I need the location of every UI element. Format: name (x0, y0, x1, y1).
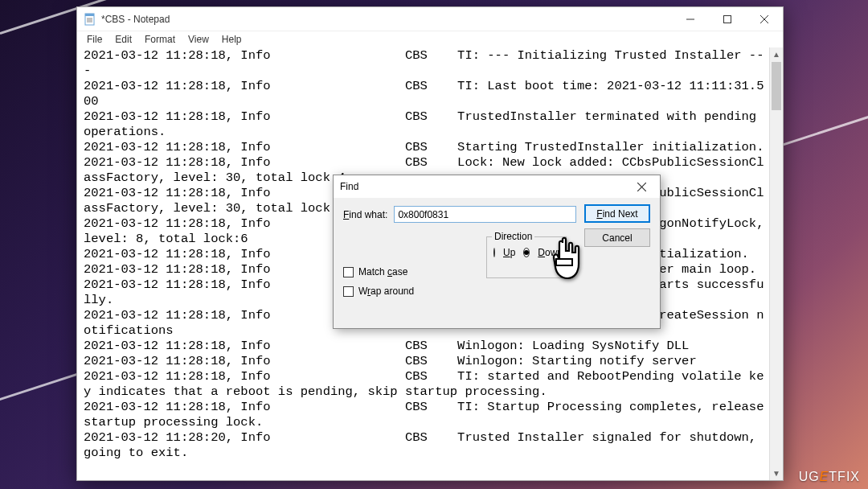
notepad-icon (84, 13, 96, 26)
wrap-around-checkbox[interactable] (343, 286, 354, 297)
scroll-down-arrow-icon[interactable]: ▼ (770, 466, 783, 480)
direction-down-label: Down (538, 247, 563, 258)
direction-label: Direction (492, 231, 534, 242)
find-next-button[interactable]: Find Next (584, 204, 650, 223)
match-case-label: Match case (358, 266, 407, 277)
find-dialog-titlebar[interactable]: Find (334, 175, 660, 198)
window-title: *CBS - Notepad (101, 14, 170, 25)
find-what-label: Find what: (343, 209, 387, 220)
menu-format[interactable]: Format (138, 32, 182, 47)
maximize-button[interactable] (709, 7, 746, 31)
menu-help[interactable]: Help (215, 32, 248, 47)
svg-rect-1 (85, 14, 94, 16)
maximize-icon (723, 15, 731, 23)
svg-rect-6 (724, 15, 731, 23)
menu-file[interactable]: File (80, 32, 108, 47)
cancel-button[interactable]: Cancel (584, 228, 650, 247)
watermark: UGETFIX (799, 470, 860, 484)
scroll-thumb[interactable] (772, 62, 781, 110)
direction-group: Direction Up Down (486, 236, 567, 278)
wrap-around-label: Wrap around (358, 286, 414, 297)
direction-up-label: Up (503, 247, 515, 258)
menu-bar: File Edit Format View Help (77, 31, 783, 47)
find-dialog: Find Find what: Find Next Cancel Match c… (333, 175, 661, 329)
title-bar[interactable]: *CBS - Notepad (77, 7, 783, 31)
menu-edit[interactable]: Edit (108, 32, 138, 47)
menu-view[interactable]: View (182, 32, 215, 47)
close-icon (637, 183, 646, 191)
close-icon (760, 15, 768, 23)
notepad-window: *CBS - Notepad File Edit Format View Hel… (76, 6, 784, 481)
scroll-up-arrow-icon[interactable]: ▲ (770, 47, 783, 61)
minimize-button[interactable] (672, 7, 709, 31)
find-what-input[interactable] (394, 206, 576, 223)
match-case-checkbox[interactable] (343, 267, 354, 277)
minimize-icon (686, 15, 694, 23)
vertical-scrollbar[interactable]: ▲ ▼ (769, 47, 783, 480)
direction-up-radio[interactable] (493, 248, 495, 257)
find-close-button[interactable] (629, 177, 653, 196)
close-button[interactable] (746, 7, 783, 31)
direction-down-radio[interactable] (523, 248, 530, 257)
find-dialog-title: Find (340, 181, 629, 192)
